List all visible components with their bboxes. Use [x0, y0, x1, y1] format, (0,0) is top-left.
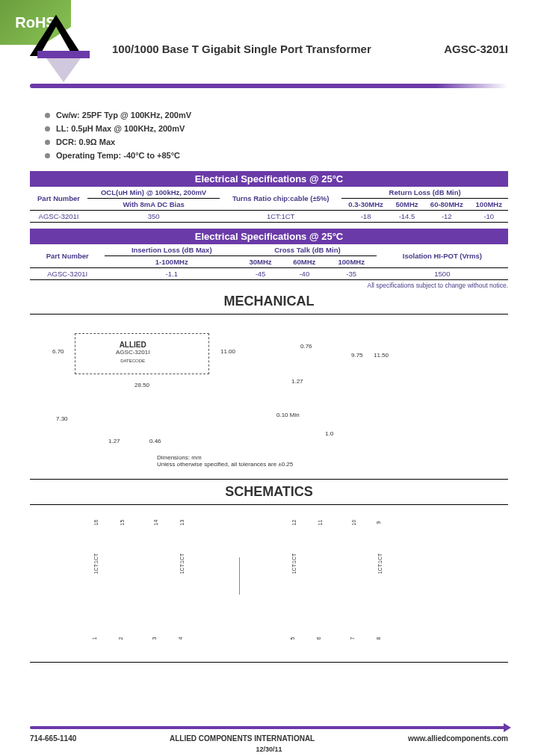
- mechanical-drawing: ALLIED AGSC-3201I DATECODE 6.70 11.00 0.…: [30, 322, 508, 471]
- spec-item: DCR: 0.9Ω Max: [45, 137, 538, 146]
- schematics-heading: SCHEMATICS: [0, 484, 538, 500]
- cell: -45: [238, 268, 282, 280]
- dim-label: 0.46: [149, 438, 161, 444]
- divider: [30, 662, 508, 663]
- pin-label: 2: [118, 637, 123, 640]
- bullet-icon: [45, 153, 50, 158]
- col-rl-3: 60-80MHz: [424, 199, 469, 211]
- drawing-brand-label: ALLIED AGSC-3201I DATECODE: [116, 341, 149, 363]
- company-logo: [30, 15, 97, 82]
- pin-label: 9: [376, 521, 381, 524]
- footer-date: 12/30/11: [0, 746, 538, 753]
- table-header-bar: Electrical Specifications @ 25°C: [30, 171, 508, 187]
- dim-label: 1.0: [325, 430, 333, 437]
- pin-label: 5: [290, 637, 295, 640]
- cell: -12: [424, 211, 469, 223]
- col-rl-1: 0.3-30MHz: [341, 199, 390, 211]
- schematic-diagram: 16 15 14 13 12 11 10 9 1CT:1CT 1CT:1CT 1…: [30, 512, 508, 654]
- col-ct-2: 60MHz: [282, 256, 327, 268]
- cell: AGSC-3201I: [30, 268, 105, 280]
- footer-row: 714-665-1140 ALLIED COMPONENTS INTERNATI…: [30, 734, 508, 743]
- col-crosstalk: Cross Talk (dB Min): [238, 244, 377, 256]
- key-specs-list: Cw/w: 25PF Typ @ 100KHz, 200mV LL: 0.5µH…: [45, 111, 538, 160]
- col-rl-4: 100MHz: [470, 199, 509, 211]
- footer-phone: 714-665-1140: [30, 734, 76, 743]
- mechanical-heading: MECHANICAL: [0, 294, 538, 309]
- transformer-label: 1CT:1CT: [93, 554, 99, 574]
- pin-label: 11: [318, 520, 323, 526]
- col-ct-1: 30MHz: [238, 256, 282, 268]
- header-divider: [30, 84, 508, 88]
- spec-text: DCR: 0.9Ω Max: [56, 137, 115, 146]
- table-header-bar: Electrical Specifications @ 25°C: [30, 229, 508, 244]
- spec-item: Operating Temp: -40°C to +85°C: [45, 151, 538, 160]
- cell: -10: [470, 211, 509, 223]
- dim-label: 1.27: [108, 438, 120, 444]
- transformer-label: 1CT:1CT: [291, 554, 297, 574]
- electrical-table-1: Electrical Specifications @ 25°C Part Nu…: [30, 171, 508, 223]
- pin-label: 4: [178, 637, 183, 640]
- header-row: 100/1000 Base T Gigabit Single Port Tran…: [0, 15, 538, 82]
- col-turns: Turns Ratio chip:cable (±5%): [220, 187, 341, 211]
- pin-label: 6: [316, 637, 321, 640]
- footer-company: ALLIED COMPONENTS INTERNATIONAL: [170, 734, 315, 743]
- col-ct-3: 100MHz: [327, 256, 377, 268]
- dim-label: 6.70: [52, 348, 64, 355]
- spec-text: Operating Temp: -40°C to +85°C: [56, 151, 180, 160]
- divider: [30, 314, 508, 315]
- cell: -18: [341, 211, 390, 223]
- bullet-icon: [45, 140, 50, 145]
- col-ocl-sub: With 8mA DC Bias: [87, 199, 220, 211]
- pin-label: 16: [93, 520, 99, 526]
- col-il: Insertion Loss (dB Max): [105, 244, 238, 256]
- col-iso: Isolation HI-POT (Vrms): [377, 244, 508, 268]
- cell: AGSC-3201I: [30, 211, 87, 223]
- part-number-heading: AGSC-3201I: [444, 43, 508, 55]
- spec-item: LL: 0.5µH Max @ 100KHz, 200mV: [45, 124, 538, 133]
- pin-label: 14: [153, 520, 158, 526]
- center-line: [239, 557, 240, 595]
- cell: -1.1: [105, 268, 238, 280]
- transformer-label: 1CT:1CT: [179, 554, 185, 574]
- pin-label: 1: [92, 637, 97, 640]
- footer-url: www.alliedcomponents.com: [408, 734, 508, 743]
- spec-item: Cw/w: 25PF Typ @ 100KHz, 200mV: [45, 111, 538, 120]
- cell: 1500: [377, 268, 508, 280]
- col-return-loss: Return Loss (dB Min): [341, 187, 508, 199]
- bullet-icon: [45, 113, 50, 118]
- electrical-table-2: Electrical Specifications @ 25°C Part Nu…: [30, 229, 508, 280]
- cell: 350: [87, 211, 220, 223]
- dim-label: 9.75: [351, 352, 363, 359]
- transformer-label: 1CT:1CT: [377, 554, 383, 574]
- pin-label: 3: [152, 637, 157, 640]
- col-part: Part Number: [30, 244, 105, 268]
- pin-label: 13: [179, 520, 185, 526]
- pin-label: 10: [351, 520, 356, 526]
- col-ocl: OCL(uH Min) @ 100kHz, 200mV: [87, 187, 220, 199]
- footer-arrow-bar: [30, 726, 508, 729]
- dim-label: 11.00: [220, 348, 235, 355]
- divider: [30, 479, 508, 480]
- cell: -35: [327, 268, 377, 280]
- cell: -14.5: [390, 211, 424, 223]
- dim-label: 11.50: [374, 352, 389, 359]
- mechanical-note: Dimensions: mm Unless otherwise specifie…: [157, 454, 293, 468]
- table-footnote: All specifications subject to change wit…: [0, 282, 508, 289]
- dim-label: 7.30: [56, 415, 68, 422]
- spec-text: LL: 0.5µH Max @ 100KHz, 200mV: [56, 124, 185, 133]
- dim-label: 28.50: [134, 382, 149, 388]
- dim-label: 0.10 Min: [276, 412, 300, 418]
- bullet-icon: [45, 126, 50, 131]
- pin-label: 8: [376, 637, 381, 640]
- spec-text: Cw/w: 25PF Typ @ 100KHz, 200mV: [56, 111, 191, 120]
- table-row: AGSC-3201I -1.1 -45 -40 -35 1500: [30, 268, 508, 280]
- table-row: AGSC-3201I 350 1CT:1CT -18 -14.5 -12 -10: [30, 211, 508, 223]
- dim-label: 1.27: [291, 378, 303, 385]
- col-part: Part Number: [30, 187, 87, 211]
- col-rl-2: 50MHz: [390, 199, 424, 211]
- divider: [30, 504, 508, 505]
- pin-label: 12: [291, 520, 297, 526]
- cell: -40: [282, 268, 327, 280]
- col-il-sub: 1-100MHz: [105, 256, 238, 268]
- cell: 1CT:1CT: [220, 211, 341, 223]
